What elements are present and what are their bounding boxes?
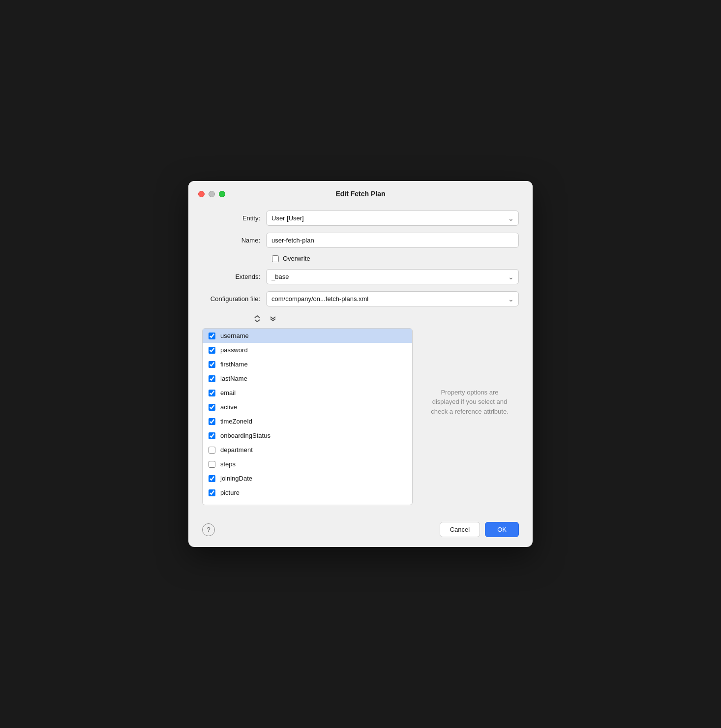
attribute-checkbox-username[interactable]: [209, 333, 215, 339]
entity-control: User [User]: [266, 211, 519, 226]
dialog-body: Entity: User [User] Name: Overwrite Exte…: [188, 203, 533, 515]
attribute-item-steps[interactable]: steps: [203, 457, 412, 471]
attribute-checkbox-password[interactable]: [209, 347, 215, 354]
attribute-name-timeZoneId: timeZoneId: [220, 418, 252, 425]
config-file-select-wrapper: com/company/on...fetch-plans.xml: [266, 291, 519, 306]
maximize-button[interactable]: [219, 191, 225, 197]
attribute-item-email[interactable]: email: [203, 386, 412, 400]
dialog-footer: ? Cancel OK: [188, 515, 533, 547]
attribute-name-active: active: [220, 403, 237, 411]
attribute-checkbox-firstName[interactable]: [209, 361, 215, 368]
property-panel: Property options are displayed if you se…: [421, 328, 519, 476]
main-content: usernamepasswordfirstNamelastNameemailac…: [202, 328, 519, 505]
entity-select[interactable]: User [User]: [266, 211, 519, 226]
attribute-checkbox-email[interactable]: [209, 390, 215, 396]
attribute-item-firstName[interactable]: firstName: [203, 357, 412, 371]
entity-select-wrapper: User [User]: [266, 211, 519, 226]
attribute-checkbox-department[interactable]: [209, 447, 215, 454]
attribute-checkbox-joiningDate[interactable]: [209, 475, 215, 482]
attribute-name-onboardingStatus: onboardingStatus: [220, 432, 270, 439]
attribute-checkbox-active[interactable]: [209, 404, 215, 411]
attribute-name-email: email: [220, 389, 236, 396]
attribute-name-steps: steps: [220, 460, 236, 468]
extends-control: _base: [266, 269, 519, 284]
name-row: Name:: [202, 233, 519, 248]
collapse-all-button[interactable]: [267, 313, 279, 324]
attributes-toolbar: [202, 313, 519, 324]
footer-buttons: Cancel OK: [440, 522, 519, 537]
extends-row: Extends: _base: [202, 269, 519, 284]
ok-button[interactable]: OK: [485, 522, 519, 537]
dialog-title: Edit Fetch Plan: [198, 190, 523, 198]
attribute-checkbox-steps[interactable]: [209, 461, 215, 468]
attribute-name-lastName: lastName: [220, 375, 247, 382]
config-file-control: com/company/on...fetch-plans.xml: [266, 291, 519, 306]
attribute-item-username[interactable]: username: [203, 329, 412, 343]
config-file-label: Configuration file:: [202, 295, 266, 303]
attribute-item-password[interactable]: password: [203, 343, 412, 357]
attribute-checkbox-timeZoneId[interactable]: [209, 418, 215, 425]
attribute-item-onboardingStatus[interactable]: onboardingStatus: [203, 428, 412, 443]
attribute-name-username: username: [220, 332, 249, 339]
attribute-checkbox-picture[interactable]: [209, 489, 215, 496]
attribute-item-joiningDate[interactable]: joiningDate: [203, 471, 412, 485]
attribute-name-firstName: firstName: [220, 361, 248, 368]
extends-select[interactable]: _base: [266, 269, 519, 284]
cancel-button[interactable]: Cancel: [440, 522, 480, 537]
attribute-name-picture: picture: [220, 489, 240, 496]
name-label: Name:: [202, 237, 266, 244]
entity-label: Entity:: [202, 214, 266, 222]
extends-select-wrapper: _base: [266, 269, 519, 284]
config-file-select[interactable]: com/company/on...fetch-plans.xml: [266, 291, 519, 306]
overwrite-row: Overwrite: [202, 255, 519, 262]
attribute-item-active[interactable]: active: [203, 400, 412, 414]
help-button[interactable]: ?: [202, 523, 215, 536]
attribute-item-department[interactable]: department: [203, 443, 412, 457]
minimize-button[interactable]: [209, 191, 215, 197]
title-bar: Edit Fetch Plan: [188, 181, 533, 203]
close-button[interactable]: [198, 191, 205, 197]
config-file-row: Configuration file: com/company/on...fet…: [202, 291, 519, 306]
entity-row: Entity: User [User]: [202, 211, 519, 226]
attribute-name-department: department: [220, 446, 253, 454]
attributes-panel: usernamepasswordfirstNamelastNameemailac…: [202, 328, 413, 505]
attribute-checkbox-onboardingStatus[interactable]: [209, 432, 215, 439]
attribute-item-lastName[interactable]: lastName: [203, 371, 412, 386]
attribute-item-picture[interactable]: picture: [203, 485, 412, 500]
property-panel-text: Property options are displayed if you se…: [430, 388, 509, 417]
attribute-name-password: password: [220, 346, 248, 354]
attribute-checkbox-lastName[interactable]: [209, 375, 215, 382]
name-control: [266, 233, 519, 248]
expand-all-button[interactable]: [251, 313, 263, 324]
attribute-item-timeZoneId[interactable]: timeZoneId: [203, 414, 412, 428]
traffic-lights: [198, 191, 225, 197]
extends-label: Extends:: [202, 273, 266, 280]
overwrite-checkbox[interactable]: [272, 255, 279, 262]
edit-fetch-plan-dialog: Edit Fetch Plan Entity: User [User] Name…: [188, 181, 533, 547]
attribute-name-joiningDate: joiningDate: [220, 475, 252, 482]
overwrite-label[interactable]: Overwrite: [283, 255, 310, 262]
name-input[interactable]: [266, 233, 519, 248]
